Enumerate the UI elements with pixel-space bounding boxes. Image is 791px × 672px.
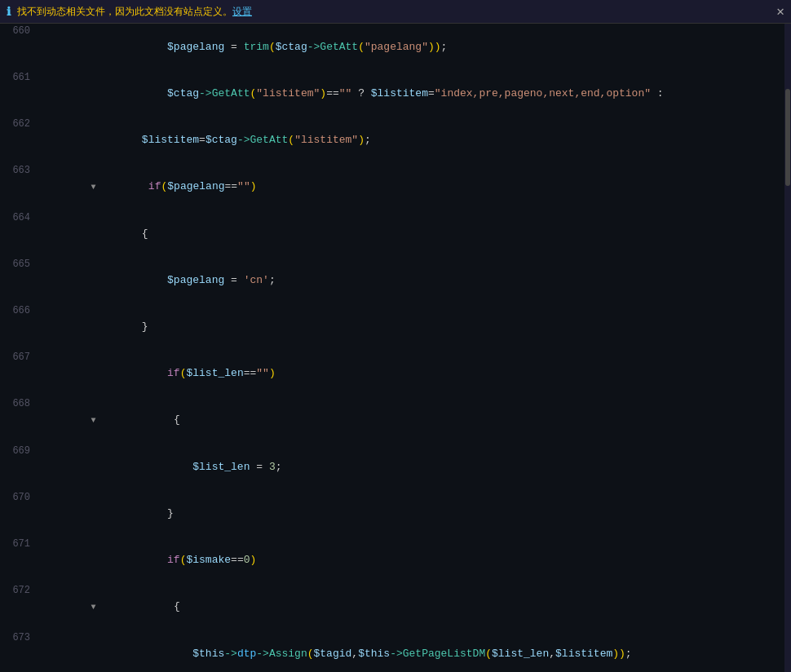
- scrollbar[interactable]: [784, 24, 791, 672]
- table-row: 673 $this->dtp->Assign($tagid,$this->Get…: [0, 630, 784, 672]
- table-row: 661 $ctag->GetAtt("listitem")=="" ? $lis…: [0, 70, 784, 117]
- scrollbar-thumb[interactable]: [785, 89, 790, 186]
- table-row: 671 if($ismake==0): [0, 537, 784, 583]
- table-row: 663 ▼ if($pagelang==""): [0, 163, 784, 210]
- info-icon: ℹ: [7, 5, 11, 19]
- table-row: 660 $pagelang = trim($ctag->GetAtt("page…: [0, 24, 784, 70]
- table-row: 665 $pagelang = 'cn';: [0, 257, 784, 303]
- table-row: 672 ▼ {: [0, 583, 784, 630]
- close-button[interactable]: ✕: [776, 3, 784, 20]
- table-row: 668 ▼ {: [0, 396, 784, 444]
- code-container: 660 $pagelang = trim($ctag->GetAtt("page…: [0, 24, 791, 672]
- warning-text: 找不到动态相关文件，因为此文档没有站点定义。设置: [17, 5, 770, 19]
- table-row: 662 $listitem=$ctag->GetAtt("listitem");: [0, 117, 784, 163]
- code-area[interactable]: 660 $pagelang = trim($ctag->GetAtt("page…: [0, 24, 784, 672]
- settings-link[interactable]: 设置: [232, 7, 252, 18]
- table-row: 669 $list_len = 3;: [0, 444, 784, 490]
- table-row: 664 {: [0, 210, 784, 257]
- table-row: 667 if($list_len==""): [0, 350, 784, 396]
- table-row: 666 }: [0, 303, 784, 350]
- top-bar: ℹ 找不到动态相关文件，因为此文档没有站点定义。设置 ✕: [0, 0, 791, 24]
- table-row: 670 }: [0, 490, 784, 537]
